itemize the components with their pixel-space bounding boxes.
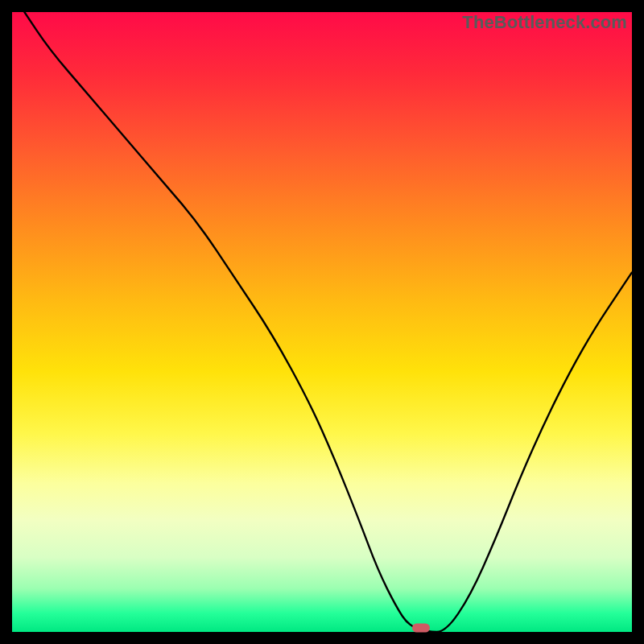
watermark-text: TheBottleneck.com [462, 12, 627, 33]
bottleneck-curve-path [24, 12, 632, 632]
optimal-point-marker [412, 624, 430, 633]
curve-svg [12, 12, 632, 632]
plot-area: TheBottleneck.com [12, 12, 632, 632]
chart-canvas: TheBottleneck.com [0, 0, 644, 644]
